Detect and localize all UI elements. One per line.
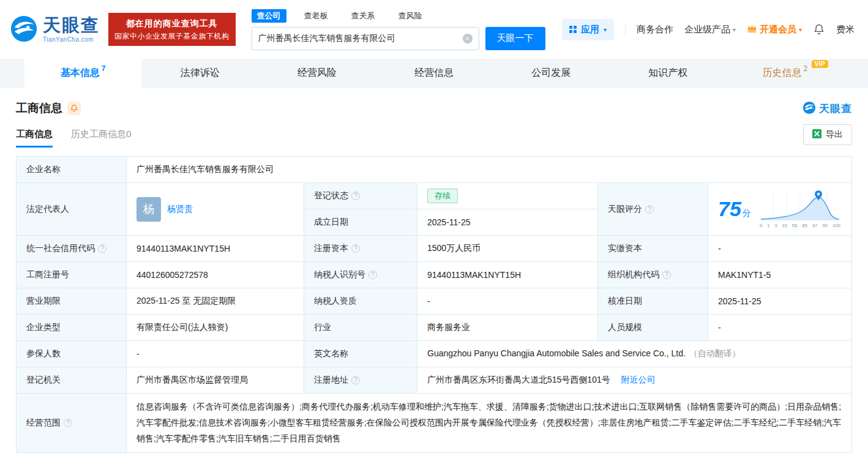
notification-bell-icon[interactable] [813, 23, 825, 36]
help-icon[interactable] [98, 244, 107, 253]
tick: 97 [812, 223, 818, 228]
insured-count-value: - [127, 341, 304, 367]
field-label: 成立日期 [314, 217, 348, 227]
search-input[interactable] [258, 34, 463, 43]
apps-label: 应用 [581, 24, 599, 36]
tab-operating-risk[interactable]: 经营风险 [258, 59, 375, 87]
legal-rep-label: 法定代表人 [17, 183, 127, 236]
subtab-history-business-info[interactable]: 历史工商信息0 [71, 129, 131, 148]
vip-label: 开通会员 [760, 24, 796, 36]
field-value: 信息咨询服务（不含许可类信息咨询服务）;商务代理代办服务;机动车修理和维护;汽车… [137, 402, 841, 443]
tab-company-development[interactable]: 公司发展 [493, 59, 610, 87]
watermark-text: 天眼查 [819, 102, 852, 116]
help-icon[interactable] [369, 271, 377, 279]
score-chart[interactable]: 0 1 3 15 55 85 97 99 100 [760, 190, 842, 228]
subscribe-bell-icon[interactable] [67, 102, 81, 115]
table-row: 登记机关 广州市番禺区市场监督管理局 注册地址 广州市番禺区东环街番禺大道北51… [17, 367, 852, 394]
establish-date-label: 成立日期 [304, 209, 417, 236]
field-label: 企业类型 [26, 322, 61, 332]
help-icon[interactable] [662, 271, 671, 279]
reg-capital-value: 1500万人民币 [417, 236, 598, 262]
tick: 55 [792, 223, 798, 228]
subtab-row: 工商信息 历史工商信息0 导出 [16, 124, 852, 148]
brand-logo[interactable]: 天眼查 TianYanCha.com [10, 15, 100, 45]
search-tab-company[interactable]: 查公司 [252, 9, 286, 23]
field-label: 统一社会信用代码 [26, 243, 95, 253]
company-type-label: 企业类型 [17, 315, 127, 341]
approval-date-value: 2025-11-25 [708, 288, 852, 315]
field-label: 经营范围 [26, 418, 61, 427]
help-icon[interactable] [64, 419, 72, 427]
field-value: 有限责任公司(法人独资) [137, 322, 228, 332]
field-label: 法定代表人 [26, 204, 69, 214]
tab-label: 经营信息 [414, 67, 454, 80]
tab-legal-proceedings[interactable]: 法律诉讼 [141, 59, 258, 87]
tianyancha-logo-icon [10, 15, 38, 45]
nav-business-cooperation[interactable]: 商务合作 [637, 24, 673, 36]
search-tab-boss[interactable]: 查老板 [299, 9, 334, 23]
legal-rep-avatar[interactable]: 杨 [137, 197, 161, 222]
english-name-value: Guangzhou Panyu Changjia Automobile Sale… [417, 341, 852, 367]
org-code-label: 组织机构代码 [598, 262, 708, 288]
nav-enterprise-products[interactable]: 企业级产品 ▾ [684, 24, 736, 36]
business-scope-label: 经营范围 [17, 394, 127, 453]
score-unit: 分 [743, 208, 751, 218]
table-row: 工商注册号 440126005272578 纳税人识别号 91440113MAK… [17, 262, 852, 288]
help-icon[interactable] [351, 376, 360, 384]
brand-domain: TianYanCha.com [43, 37, 100, 43]
clear-search-icon[interactable] [463, 34, 473, 43]
subtab-business-info[interactable]: 工商信息 [16, 129, 53, 148]
legal-rep-link[interactable]: 杨贤贵 [167, 204, 193, 215]
field-label: 注册资本 [314, 243, 348, 253]
tab-label: 基本信息 [61, 67, 100, 80]
field-label: 参保人数 [26, 348, 61, 358]
tab-intellectual-property[interactable]: 知识产权 [610, 59, 727, 87]
company-type-value: 有限责任公司(法人独资) [127, 315, 304, 341]
field-value: - [427, 296, 430, 306]
slogan-line1: 都在用的商业查询工具 [114, 17, 230, 31]
section-title: 工商信息 [16, 100, 62, 116]
industry-label: 行业 [304, 315, 417, 341]
chevron-down-icon: ▾ [604, 26, 607, 33]
vip-badge: VIP [812, 60, 829, 68]
crown-icon [747, 24, 757, 35]
field-value: MAK1NYT1-5 [718, 270, 771, 280]
table-row: 营业期限 2025-11-25 至 无固定期限 纳税人资质 - 核准日期 202… [17, 288, 852, 315]
apps-grid-icon [569, 26, 577, 33]
help-icon[interactable] [351, 244, 360, 253]
slogan-line2: 国家中小企业发展子基金旗下机构 [114, 31, 230, 42]
field-label: 登记机关 [26, 375, 61, 384]
search-box [252, 27, 479, 50]
export-button[interactable]: 导出 [803, 124, 852, 145]
search-tab-relation[interactable]: 查关系 [346, 9, 381, 23]
help-icon[interactable] [351, 192, 360, 200]
auto-translate-note: （自动翻译） [689, 348, 741, 358]
score-number: 75分 [718, 197, 751, 221]
help-icon[interactable] [645, 205, 654, 214]
search-tab-risk[interactable]: 查风险 [393, 9, 428, 23]
divider [625, 24, 626, 35]
tick: 0 [760, 223, 762, 228]
tab-basic-info[interactable]: 基本信息 7 [24, 59, 141, 88]
staff-size-label: 人员规模 [598, 315, 708, 341]
export-label: 导出 [826, 129, 843, 140]
staff-size-value: - [708, 315, 852, 341]
field-label: 核准日期 [608, 296, 642, 305]
excel-icon [812, 129, 821, 140]
user-menu[interactable]: 费米 [836, 24, 855, 36]
table-row: 企业类型 有限责任公司(法人独资) 行业 商务服务业 人员规模 - [17, 315, 852, 341]
apps-menu-button[interactable]: 应用 ▾ [562, 19, 614, 40]
tab-history-info[interactable]: 历史信息 2 VIP [727, 59, 844, 87]
search-button[interactable]: 天眼一下 [485, 27, 545, 50]
tab-label: 历史信息 [763, 67, 802, 80]
insured-count-label: 参保人数 [17, 341, 127, 367]
table-row: 参保人数 - 英文名称 Guangzhou Panyu Changjia Aut… [17, 341, 852, 367]
table-row: 企业名称 广州番禺长佳汽车销售服务有限公司 [17, 157, 852, 183]
tab-operating-info[interactable]: 经营信息 [375, 59, 492, 87]
nav-open-vip[interactable]: 开通会员 ▾ [747, 24, 802, 36]
field-label: 实缴资本 [608, 243, 642, 253]
nearby-companies-link[interactable]: 附近公司 [621, 375, 656, 384]
field-value: 2025-11-25 [427, 217, 471, 227]
industry-value: 商务服务业 [417, 315, 598, 341]
taxpayer-id-label: 纳税人识别号 [304, 262, 417, 288]
